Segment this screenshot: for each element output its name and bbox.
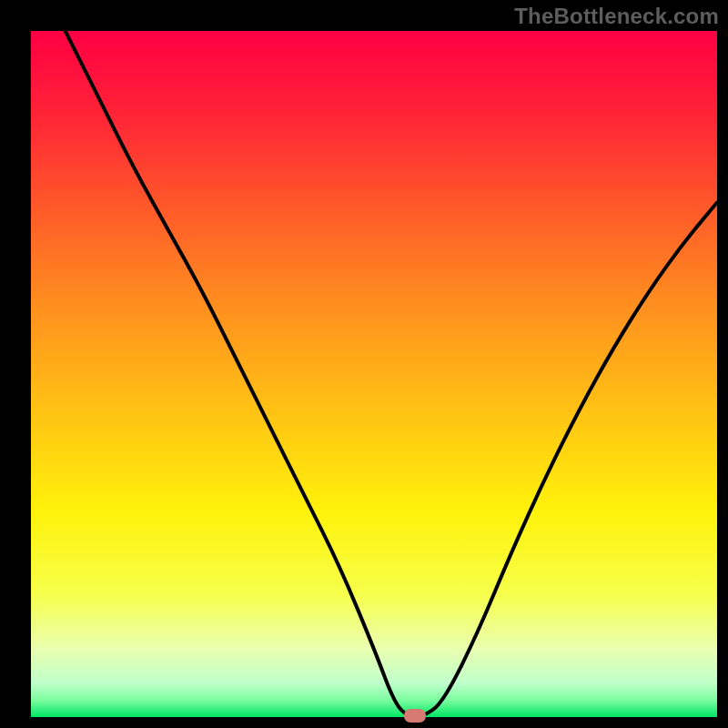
attribution-text: TheBottleneck.com — [514, 4, 719, 29]
chart-frame: TheBottleneck.com — [0, 0, 728, 728]
plot-area — [31, 31, 717, 717]
optimum-marker — [404, 709, 426, 723]
gradient-background — [31, 31, 717, 717]
chart-svg — [31, 31, 717, 717]
